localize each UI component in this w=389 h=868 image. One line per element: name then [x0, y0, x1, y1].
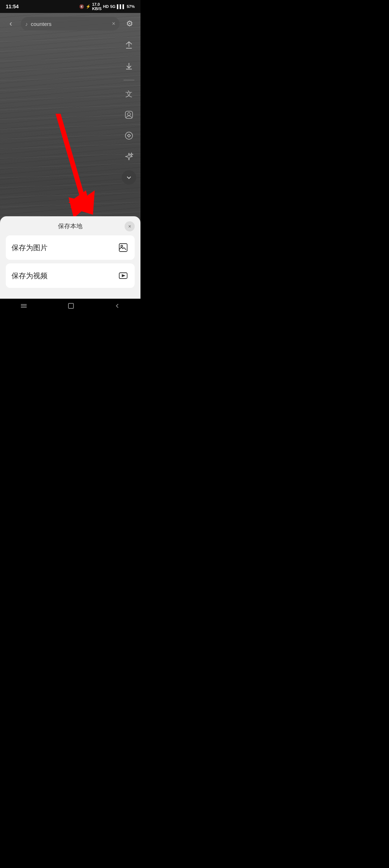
bottom-sheet: 保存本地 × 保存为图片 保存为视频: [0, 216, 140, 299]
mute-icon: 🔇: [79, 4, 84, 9]
back-icon: ‹: [9, 19, 12, 28]
save-video-label: 保存为视频: [12, 271, 48, 281]
svg-rect-14: [68, 303, 73, 308]
nav-home-button[interactable]: [67, 302, 75, 309]
sidebar-divider: [124, 80, 134, 80]
sheet-header: 保存本地 ×: [6, 222, 135, 230]
search-clear-button[interactable]: ×: [112, 21, 115, 27]
right-sidebar: 文: [122, 38, 136, 185]
network-speed: 17.0 KB/S: [92, 2, 102, 11]
svg-point-3: [128, 135, 130, 137]
hd-icon: HD: [103, 4, 109, 9]
status-icons: 🔇 ⚡ 17.0 KB/S HD 5G ▌▌▌ 57%: [79, 2, 135, 11]
gear-icon: ⚙: [126, 19, 133, 28]
save-as-video-option[interactable]: 保存为视频: [6, 263, 135, 288]
download-button[interactable]: [122, 59, 136, 73]
signal-icon: ▌▌▌: [117, 4, 125, 9]
bluetooth-icon: ⚡: [86, 4, 91, 9]
translate-button[interactable]: 文: [122, 87, 136, 101]
svg-marker-10: [122, 275, 125, 277]
svg-point-2: [125, 132, 133, 139]
sparkle-button[interactable]: [122, 149, 136, 164]
nav-bar: [0, 299, 140, 313]
magic-button[interactable]: [122, 128, 136, 143]
sheet-title: 保存本地: [58, 222, 82, 230]
video-icon: [117, 270, 129, 281]
status-time: 11:54: [6, 4, 19, 9]
save-as-image-option[interactable]: 保存为图片: [6, 235, 135, 260]
top-bar: ‹ ♪ counters × ⚙: [0, 13, 140, 35]
image-icon: [117, 242, 129, 253]
expand-button[interactable]: [122, 170, 136, 185]
close-icon: ×: [128, 223, 131, 229]
sheet-close-button[interactable]: ×: [125, 221, 135, 231]
svg-point-8: [121, 245, 123, 247]
avatar-button[interactable]: [122, 108, 136, 122]
battery-icon: 57%: [127, 4, 135, 9]
nav-menu-button[interactable]: [20, 302, 28, 310]
svg-point-1: [128, 113, 130, 116]
5g-icon: 5G: [110, 4, 116, 9]
search-bar[interactable]: ♪ counters ×: [21, 17, 120, 31]
translate-icon: 文: [125, 89, 133, 99]
nav-back-button[interactable]: [114, 303, 121, 309]
search-query-text: counters: [31, 21, 109, 27]
share-button[interactable]: [122, 38, 136, 53]
status-bar: 11:54 🔇 ⚡ 17.0 KB/S HD 5G ▌▌▌ 57%: [0, 0, 140, 13]
main-content: ‹ ♪ counters × ⚙ 文: [0, 13, 140, 299]
save-image-label: 保存为图片: [12, 243, 48, 253]
back-button[interactable]: ‹: [4, 17, 17, 30]
settings-button[interactable]: ⚙: [123, 17, 136, 30]
svg-rect-7: [119, 244, 127, 252]
music-note-icon: ♪: [25, 21, 28, 27]
